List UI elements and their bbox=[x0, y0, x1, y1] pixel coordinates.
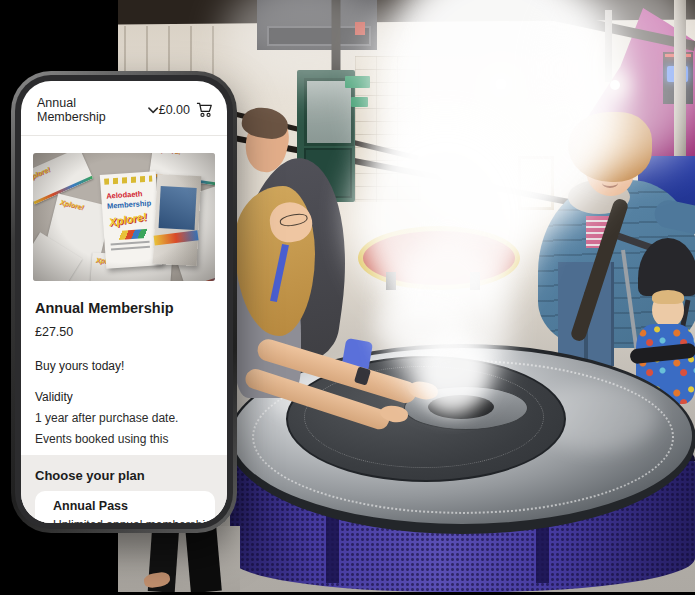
floor bbox=[118, 526, 240, 592]
cart-button[interactable]: £0.00 bbox=[159, 102, 213, 118]
chevron-down-icon bbox=[148, 107, 158, 114]
phone-mockup: Annual Membership £0.00 bbox=[11, 71, 237, 533]
girl-leg bbox=[185, 525, 222, 592]
validity-label: Validity bbox=[35, 390, 227, 404]
product-price: £27.50 bbox=[35, 325, 227, 339]
photo-vignette bbox=[33, 153, 215, 281]
plan-option-annual-pass[interactable]: Annual Pass Unlimited annual membership bbox=[35, 491, 215, 523]
plan-description: Unlimited annual membership bbox=[53, 518, 215, 523]
smoke-puff bbox=[373, 295, 468, 355]
product-promo-text: Buy yours today! bbox=[35, 359, 227, 373]
shop-header: Annual Membership £0.00 bbox=[21, 81, 227, 136]
plan-section: Choose your plan Annual Pass Unlimited a… bbox=[21, 455, 227, 523]
plan-section-title: Choose your plan bbox=[35, 468, 215, 483]
product-selector-label: Annual Membership bbox=[37, 96, 141, 124]
product-selector-dropdown[interactable]: Annual Membership bbox=[37, 96, 159, 124]
membership-shop-screen[interactable]: Annual Membership £0.00 bbox=[21, 81, 227, 523]
product-title: Annual Membership bbox=[35, 300, 227, 316]
cart-icon bbox=[196, 102, 213, 118]
plan-name: Annual Pass bbox=[53, 499, 215, 513]
glasses bbox=[279, 212, 308, 228]
phone-bezel: Annual Membership £0.00 bbox=[15, 75, 233, 529]
baby-hair bbox=[652, 290, 684, 304]
page: Annual Membership £0.00 bbox=[0, 0, 695, 595]
cart-total: £0.00 bbox=[159, 103, 190, 117]
product-image-membership-cards[interactable]: Xplore! Xplore! Xplore! Xplore! Xplore! … bbox=[33, 153, 215, 281]
